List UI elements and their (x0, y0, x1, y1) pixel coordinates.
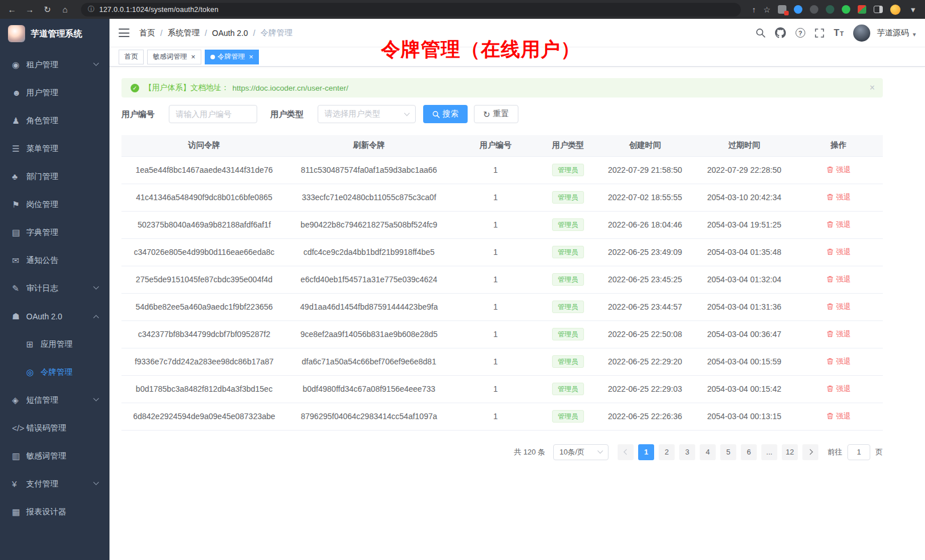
force-logout-button[interactable]: 强退 (826, 192, 851, 202)
fullscreen-icon[interactable] (815, 29, 824, 38)
search-icon[interactable] (756, 28, 765, 38)
post-flag-icon: ⚑ (12, 200, 26, 210)
create-time-cell: 2022-06-25 23:49:09 (596, 238, 694, 266)
sidebar-item[interactable]: ▤ 字典管理 (0, 218, 109, 246)
sidebar-item[interactable]: ☰ 菜单管理 (0, 135, 109, 163)
sidebar-item[interactable]: ◉ 租户管理 (0, 51, 109, 79)
delete-icon (826, 358, 834, 365)
user-avatar[interactable] (853, 25, 870, 42)
page-number-button[interactable]: 3 (679, 444, 695, 460)
breadcrumb-item[interactable]: 首页 (139, 28, 155, 38)
tab[interactable]: 首页 (119, 50, 144, 64)
page-number-button[interactable]: 1 (638, 444, 654, 460)
sidebar-item-label: 敏感词管理 (26, 451, 66, 461)
sidebar-item-label: 令牌管理 (40, 367, 72, 378)
force-logout-button[interactable]: 强退 (826, 411, 851, 421)
page-number-button[interactable]: 2 (659, 444, 675, 460)
force-logout-button[interactable]: 强退 (826, 356, 851, 367)
force-logout-button[interactable]: 强退 (826, 384, 851, 394)
help-icon[interactable]: ? (796, 28, 805, 38)
refresh-token-cell: 333ecfc71e02480cb11055c875c3ca0f (287, 184, 451, 211)
sidebar-item[interactable]: ▥ 敏感词管理 (0, 442, 109, 470)
extension-blue-icon[interactable] (794, 5, 802, 14)
sidebar-item[interactable]: ☻ 用户管理 (0, 79, 109, 107)
search-button[interactable]: 搜索 (423, 105, 468, 123)
reset-button[interactable]: ↻ 重置 (474, 105, 518, 123)
breadcrumb-item[interactable]: OAuth 2.0 (212, 29, 248, 38)
table-row: 41c41346a548490f9dc8b01c6bfe0865 333ecfc… (121, 184, 883, 211)
browser-sidepanel-icon[interactable] (874, 6, 883, 13)
expire-time-cell: 2054-03-04 01:31:36 (694, 293, 794, 320)
breadcrumb-separator: / (253, 29, 255, 38)
bookmark-star-icon[interactable]: ☆ (763, 5, 770, 14)
force-logout-button[interactable]: 强退 (826, 165, 851, 175)
force-logout-button[interactable]: 强退 (826, 274, 851, 285)
username[interactable]: 芋道源码 (877, 28, 908, 38)
sidebar-item[interactable]: ✎ 审计日志 (0, 274, 109, 302)
app-logo[interactable]: 芋道管理系统 (0, 19, 109, 48)
browser-menu-caret-icon[interactable]: ▾ (908, 5, 918, 14)
extension-green-icon[interactable] (842, 5, 850, 14)
extension-badge-icon[interactable] (778, 5, 786, 14)
home-icon[interactable]: ⌂ (60, 5, 70, 14)
sidebar-item[interactable]: ◈ 短信管理 (0, 386, 109, 414)
dict-book-icon: ▤ (12, 228, 26, 238)
share-icon[interactable]: ↑ (752, 5, 756, 14)
alert-close-icon[interactable]: × (870, 83, 875, 92)
page-size-select[interactable]: 10条/页 (553, 444, 608, 460)
sidebar-item[interactable]: ♟ 角色管理 (0, 107, 109, 135)
sidebar-item-label: 岗位管理 (26, 200, 58, 210)
page-number-button[interactable]: ... (761, 444, 777, 460)
sidebar-item-label: 审计日志 (26, 283, 58, 294)
page-number-button[interactable]: 5 (720, 444, 736, 460)
sensitive-word-icon: ▥ (12, 451, 26, 461)
github-icon[interactable] (775, 27, 786, 38)
page-numbers: 1 2 3 4 5 6 ... 12 (636, 444, 800, 460)
user-menu-caret-icon[interactable]: ▾ (912, 31, 916, 38)
sidebar-item[interactable]: ⊞ 应用管理 (0, 330, 109, 358)
breadcrumb-item[interactable]: 系统管理 (168, 28, 200, 38)
page-number-button[interactable]: 6 (741, 444, 757, 460)
page-number-button[interactable]: 4 (700, 444, 716, 460)
back-icon[interactable]: ← (7, 5, 17, 14)
reload-icon[interactable]: ↻ (42, 5, 52, 14)
user-id-input[interactable] (169, 105, 257, 123)
tab-close-icon[interactable]: × (191, 53, 196, 60)
sidebar-item[interactable]: ▦ 报表设计器 (0, 498, 109, 526)
breadcrumb-item[interactable]: 令牌管理 (261, 28, 293, 38)
tab[interactable]: 敏感词管理 × (147, 50, 201, 64)
url-bar[interactable]: ⓘ 127.0.0.1:1024/system/oauth2/token (81, 3, 741, 17)
sidebar-item[interactable]: ✉ 通知公告 (0, 246, 109, 274)
sidebar-collapse-icon[interactable] (119, 29, 129, 37)
sidebar-item[interactable]: </> 错误码管理 (0, 414, 109, 442)
goto-page-input[interactable] (847, 444, 870, 460)
browser-profile-avatar[interactable] (890, 5, 900, 15)
sidebar-item[interactable]: ⚑ 岗位管理 (0, 190, 109, 218)
sidebar-item[interactable]: ♣ 部门管理 (0, 163, 109, 190)
error-code-icon: </> (12, 423, 26, 433)
user-type-select[interactable]: 请选择用户类型 (318, 105, 416, 123)
page-number-button[interactable]: 12 (782, 444, 798, 460)
extensions-puzzle-icon[interactable] (858, 5, 866, 14)
chevron-left-icon (623, 449, 629, 455)
site-info-icon[interactable]: ⓘ (88, 5, 95, 14)
sidebar-item[interactable]: ☗ OAuth 2.0 (0, 302, 109, 330)
prev-page-button[interactable] (618, 444, 634, 460)
expire-time-cell: 2054-03-04 00:15:59 (694, 348, 794, 375)
column-header: 创建时间 (596, 135, 694, 156)
table-row: c342377bf8b344799dcbf7bf095287f2 9ce8ef2… (121, 320, 883, 348)
alert-link[interactable]: https://doc.iocoder.cn/user-center/ (233, 84, 348, 92)
sidebar-item[interactable]: ¥ 支付管理 (0, 470, 109, 498)
extension-teal-icon[interactable] (826, 5, 834, 14)
force-logout-button[interactable]: 强退 (826, 329, 851, 339)
forward-icon[interactable]: → (25, 5, 35, 14)
next-page-button[interactable] (802, 444, 818, 460)
force-logout-button[interactable]: 强退 (826, 247, 851, 257)
font-size-icon[interactable]: TT (834, 28, 844, 38)
sidebar-item[interactable]: ◎ 令牌管理 (0, 358, 109, 386)
tab[interactable]: 令牌管理 × (205, 50, 259, 64)
extension-dark-icon[interactable] (810, 5, 818, 14)
force-logout-button[interactable]: 强退 (826, 302, 851, 312)
tab-close-icon[interactable]: × (249, 53, 254, 60)
force-logout-button[interactable]: 强退 (826, 220, 851, 230)
